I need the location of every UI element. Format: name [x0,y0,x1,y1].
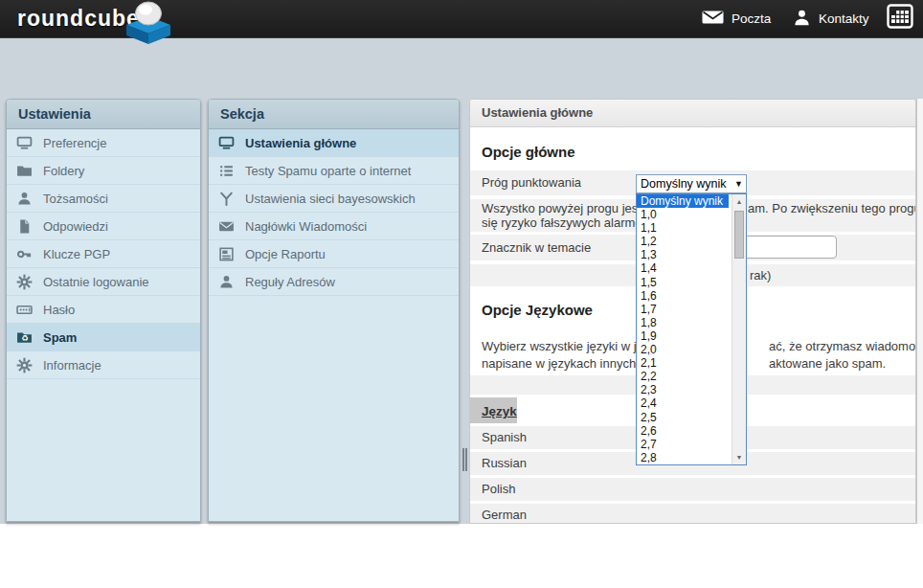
list-icon [218,163,235,179]
settings-item-preferencje[interactable]: Preferencje [7,129,200,157]
dropdown-option[interactable]: 2,7 [637,438,729,451]
dropdown-option[interactable]: 1,2 [637,235,729,248]
language-row-polish[interactable]: Polish [470,478,915,501]
subject-hint-fragment: rak) [750,264,771,286]
score-threshold-dropdown: Domyślny wynik1,01,11,21,31,41,51,61,71,… [636,193,747,465]
scrollbar-thumb[interactable] [734,211,744,259]
language-desc-line1-left: Wybierz wszystkie języki w jakich [482,338,636,355]
settings-nav-title: Ustawienia [7,100,200,129]
language-column-header[interactable]: Język [482,404,517,418]
dropdown-option[interactable]: 1,3 [637,248,729,261]
main-panel: Ustawienia główne Opcje główne Próg punk… [469,99,916,524]
gear-icon [16,274,33,290]
dropdown-option[interactable]: 2,4 [637,396,729,410]
settings-item-label: Hasło [43,303,75,317]
monitor-icon [16,135,33,151]
section-item-label: Testy Spamu oparte o internet [245,164,411,178]
password-icon [16,302,33,318]
score-hint-line1-left: Wszystko powyżej progu jest [482,201,636,215]
language-name: Spanish [482,430,527,444]
section-item-label: Ustawienia główne [245,136,356,150]
language-name: Polish [482,482,515,496]
dropdown-option[interactable]: 2,5 [637,411,729,424]
top-bar: roundcube Poczta Kontakty [0,0,923,38]
section-item-label: Reguły Adresów [245,275,335,289]
settings-item-tozsamosci[interactable]: Tożsamości [7,185,200,213]
settings-item-label: Tożsamości [43,192,108,206]
language-row-german[interactable]: German [470,504,915,524]
section-item-naglowki-wiadomosci[interactable]: Nagłówki Wiadomości [209,213,459,240]
section-nav-items: Ustawienia główneTesty Spamu oparte o in… [209,129,459,296]
language-options-heading: Opcje Językowe [482,302,593,318]
spam-folder-icon: ♻ [16,329,33,346]
language-desc-line2-right: aktowane jako spam. [769,355,886,373]
network-icon [218,191,235,207]
section-item-testy-spamu[interactable]: Testy Spamu oparte o internet [209,157,459,185]
section-item-siec-bayesowska[interactable]: Ustawienia sieci bayesowskich [209,185,459,213]
scroll-down-icon[interactable]: ▼ [732,451,746,464]
chevron-down-icon: ▼ [734,179,743,189]
settings-item-spam[interactable]: ♻Spam [7,324,200,351]
section-item-label: Nagłówki Wiadomości [245,219,367,234]
dropdown-option[interactable]: 1,1 [637,221,729,235]
language-name: German [482,508,527,522]
dropdown-option[interactable]: 2,2 [637,370,729,383]
settings-item-ostatnie-logowanie[interactable]: Ostatnie logowanie [7,268,200,296]
dropdown-option[interactable]: 1,8 [637,316,729,329]
dropdown-option[interactable]: 1,6 [637,289,729,303]
dropdown-option[interactable]: 1,5 [637,276,729,289]
mail-button[interactable]: Poczta [696,0,777,37]
dropdown-option[interactable]: 2,6 [637,424,729,438]
settings-item-label: Ostatnie logowanie [43,275,149,289]
contacts-button[interactable]: Kontakty [787,0,875,37]
calendar-button[interactable] [887,4,913,34]
dropdown-option[interactable]: 2,0 [637,343,729,356]
scroll-up-icon[interactable]: ▲ [732,195,746,208]
panel-scrollbar-track[interactable] [916,99,923,524]
dropdown-option[interactable]: 1,9 [637,329,729,343]
settings-item-label: Klucze PGP [43,247,110,261]
contacts-icon [793,9,811,30]
section-item-label: Opcje Raportu [245,247,326,261]
section-item-ustawienia-glowne[interactable]: Ustawienia główne [209,129,459,157]
settings-item-odpowiedzi[interactable]: Odpowiedzi [7,213,200,240]
key-icon [16,246,33,262]
splitter-grip-icon [462,448,464,471]
dropdown-scrollbar[interactable]: ▲ ▼ [732,194,746,464]
language-desc-line2-left: napisane w językach innych niż [482,355,636,373]
section-item-label: Ustawienia sieci bayesowskich [245,192,416,206]
dropdown-option[interactable]: 2,1 [637,356,729,370]
settings-item-label: Preferencje [43,136,106,150]
envelope-icon [218,218,235,235]
score-threshold-select[interactable]: Domyślny wynik ▼ [636,174,747,193]
mail-icon [702,9,724,29]
score-select-value: Domyślny wynik [641,177,734,191]
settings-item-foldery[interactable]: Foldery [7,157,200,185]
dropdown-option[interactable]: 1,7 [637,303,729,316]
settings-item-haslo[interactable]: Hasło [7,296,200,324]
section-item-opcje-raportu[interactable]: Opcje Raportu [209,240,459,268]
dropdown-option[interactable]: 2,8 [637,451,729,464]
svg-text:♻: ♻ [21,333,29,343]
dropdown-option[interactable]: 2,3 [637,383,729,396]
splitter-grip-icon [465,448,467,471]
folder-icon [16,163,33,179]
dropdown-options: Domyślny wynik1,01,11,21,31,41,51,61,71,… [637,194,746,464]
section-nav: Sekcja Ustawienia główneTesty Spamu opar… [208,99,460,522]
settings-item-informacje[interactable]: Informacje [7,351,200,379]
section-item-reguly-adresow[interactable]: Reguły Adresów [209,268,459,296]
settings-item-klucze-pgp[interactable]: Klucze PGP [7,240,200,268]
gear-icon [16,357,33,373]
dropdown-option[interactable]: 1,0 [637,208,729,221]
settings-item-label: Foldery [43,164,84,178]
language-name: Russian [482,456,527,470]
calendar-icon [887,4,913,34]
dropdown-option[interactable]: 1,4 [637,261,729,275]
dropdown-option[interactable]: Domyślny wynik [637,194,729,208]
column-splitter[interactable] [462,99,469,524]
report-icon [218,246,235,262]
panel-title: Ustawienia główne [470,100,915,127]
mail-button-label: Poczta [732,11,771,26]
file-icon [16,218,33,235]
monitor-icon [218,135,235,151]
